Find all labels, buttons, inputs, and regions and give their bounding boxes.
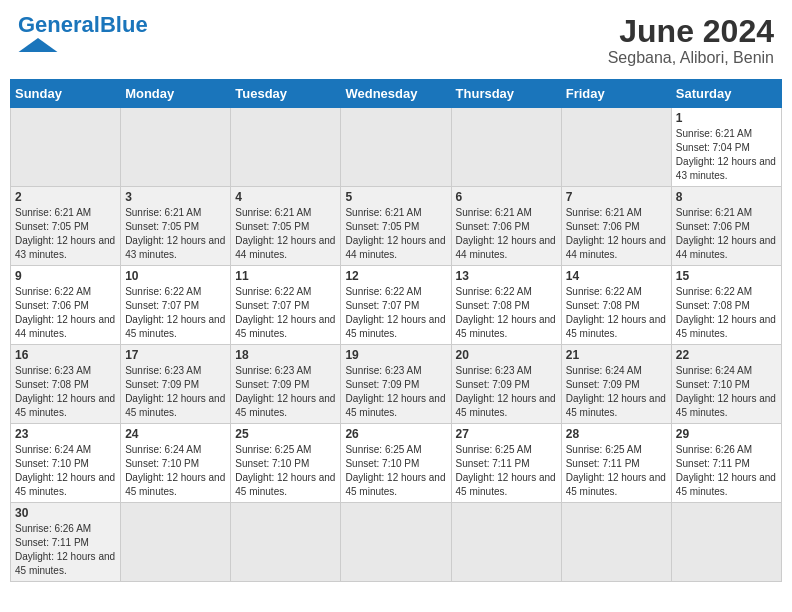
- logo-text: GeneralBlue: [18, 14, 148, 36]
- calendar-day-cell: 5Sunrise: 6:21 AM Sunset: 7:05 PM Daylig…: [341, 187, 451, 266]
- day-info: Sunrise: 6:21 AM Sunset: 7:05 PM Dayligh…: [125, 206, 226, 262]
- location-subtitle: Segbana, Alibori, Benin: [608, 49, 774, 67]
- day-number: 24: [125, 427, 226, 441]
- day-info: Sunrise: 6:22 AM Sunset: 7:07 PM Dayligh…: [345, 285, 446, 341]
- day-number: 10: [125, 269, 226, 283]
- day-info: Sunrise: 6:23 AM Sunset: 7:09 PM Dayligh…: [345, 364, 446, 420]
- logo: GeneralBlue: [18, 14, 148, 52]
- calendar-day-cell: 24Sunrise: 6:24 AM Sunset: 7:10 PM Dayli…: [121, 424, 231, 503]
- day-info: Sunrise: 6:22 AM Sunset: 7:08 PM Dayligh…: [456, 285, 557, 341]
- calendar-week-row: 16Sunrise: 6:23 AM Sunset: 7:08 PM Dayli…: [11, 345, 782, 424]
- calendar-day-cell: 20Sunrise: 6:23 AM Sunset: 7:09 PM Dayli…: [451, 345, 561, 424]
- logo-general: General: [18, 12, 100, 37]
- calendar-day-cell: [451, 503, 561, 582]
- calendar-day-cell: [561, 108, 671, 187]
- day-info: Sunrise: 6:23 AM Sunset: 7:09 PM Dayligh…: [456, 364, 557, 420]
- svg-marker-0: [19, 38, 58, 52]
- calendar-day-cell: [11, 108, 121, 187]
- calendar-day-cell: 23Sunrise: 6:24 AM Sunset: 7:10 PM Dayli…: [11, 424, 121, 503]
- day-number: 22: [676, 348, 777, 362]
- day-info: Sunrise: 6:25 AM Sunset: 7:11 PM Dayligh…: [566, 443, 667, 499]
- day-info: Sunrise: 6:23 AM Sunset: 7:09 PM Dayligh…: [125, 364, 226, 420]
- calendar-day-cell: [231, 108, 341, 187]
- day-info: Sunrise: 6:25 AM Sunset: 7:11 PM Dayligh…: [456, 443, 557, 499]
- day-number: 17: [125, 348, 226, 362]
- calendar-day-cell: 3Sunrise: 6:21 AM Sunset: 7:05 PM Daylig…: [121, 187, 231, 266]
- calendar-day-cell: 30Sunrise: 6:26 AM Sunset: 7:11 PM Dayli…: [11, 503, 121, 582]
- day-number: 15: [676, 269, 777, 283]
- day-info: Sunrise: 6:21 AM Sunset: 7:04 PM Dayligh…: [676, 127, 777, 183]
- calendar-week-row: 9Sunrise: 6:22 AM Sunset: 7:06 PM Daylig…: [11, 266, 782, 345]
- calendar-day-cell: 10Sunrise: 6:22 AM Sunset: 7:07 PM Dayli…: [121, 266, 231, 345]
- calendar-day-cell: [121, 503, 231, 582]
- calendar-day-cell: [561, 503, 671, 582]
- calendar-day-cell: [121, 108, 231, 187]
- calendar-day-cell: 6Sunrise: 6:21 AM Sunset: 7:06 PM Daylig…: [451, 187, 561, 266]
- calendar-day-cell: [671, 503, 781, 582]
- column-header-wednesday: Wednesday: [341, 80, 451, 108]
- day-number: 9: [15, 269, 116, 283]
- page-header: GeneralBlue June 2024 Segbana, Alibori, …: [10, 10, 782, 71]
- day-info: Sunrise: 6:21 AM Sunset: 7:06 PM Dayligh…: [456, 206, 557, 262]
- calendar-day-cell: 21Sunrise: 6:24 AM Sunset: 7:09 PM Dayli…: [561, 345, 671, 424]
- calendar-day-cell: 7Sunrise: 6:21 AM Sunset: 7:06 PM Daylig…: [561, 187, 671, 266]
- day-number: 20: [456, 348, 557, 362]
- day-info: Sunrise: 6:23 AM Sunset: 7:08 PM Dayligh…: [15, 364, 116, 420]
- column-header-tuesday: Tuesday: [231, 80, 341, 108]
- day-number: 1: [676, 111, 777, 125]
- column-header-thursday: Thursday: [451, 80, 561, 108]
- calendar-day-cell: 9Sunrise: 6:22 AM Sunset: 7:06 PM Daylig…: [11, 266, 121, 345]
- day-info: Sunrise: 6:21 AM Sunset: 7:05 PM Dayligh…: [15, 206, 116, 262]
- day-number: 6: [456, 190, 557, 204]
- day-info: Sunrise: 6:22 AM Sunset: 7:08 PM Dayligh…: [676, 285, 777, 341]
- day-number: 14: [566, 269, 667, 283]
- day-info: Sunrise: 6:25 AM Sunset: 7:10 PM Dayligh…: [235, 443, 336, 499]
- calendar-day-cell: 11Sunrise: 6:22 AM Sunset: 7:07 PM Dayli…: [231, 266, 341, 345]
- day-info: Sunrise: 6:25 AM Sunset: 7:10 PM Dayligh…: [345, 443, 446, 499]
- day-info: Sunrise: 6:24 AM Sunset: 7:10 PM Dayligh…: [15, 443, 116, 499]
- calendar-day-cell: 13Sunrise: 6:22 AM Sunset: 7:08 PM Dayli…: [451, 266, 561, 345]
- day-number: 3: [125, 190, 226, 204]
- calendar-day-cell: 29Sunrise: 6:26 AM Sunset: 7:11 PM Dayli…: [671, 424, 781, 503]
- calendar-day-cell: 22Sunrise: 6:24 AM Sunset: 7:10 PM Dayli…: [671, 345, 781, 424]
- day-info: Sunrise: 6:21 AM Sunset: 7:06 PM Dayligh…: [566, 206, 667, 262]
- day-number: 13: [456, 269, 557, 283]
- day-number: 30: [15, 506, 116, 520]
- title-block: June 2024 Segbana, Alibori, Benin: [608, 14, 774, 67]
- day-number: 18: [235, 348, 336, 362]
- calendar-day-cell: 8Sunrise: 6:21 AM Sunset: 7:06 PM Daylig…: [671, 187, 781, 266]
- calendar-day-cell: 27Sunrise: 6:25 AM Sunset: 7:11 PM Dayli…: [451, 424, 561, 503]
- calendar-day-cell: 17Sunrise: 6:23 AM Sunset: 7:09 PM Dayli…: [121, 345, 231, 424]
- day-info: Sunrise: 6:22 AM Sunset: 7:07 PM Dayligh…: [235, 285, 336, 341]
- day-number: 16: [15, 348, 116, 362]
- day-number: 8: [676, 190, 777, 204]
- day-number: 28: [566, 427, 667, 441]
- logo-blue: Blue: [100, 12, 148, 37]
- day-info: Sunrise: 6:26 AM Sunset: 7:11 PM Dayligh…: [676, 443, 777, 499]
- day-info: Sunrise: 6:24 AM Sunset: 7:10 PM Dayligh…: [676, 364, 777, 420]
- calendar-day-cell: 18Sunrise: 6:23 AM Sunset: 7:09 PM Dayli…: [231, 345, 341, 424]
- column-header-friday: Friday: [561, 80, 671, 108]
- column-header-monday: Monday: [121, 80, 231, 108]
- day-info: Sunrise: 6:22 AM Sunset: 7:08 PM Dayligh…: [566, 285, 667, 341]
- day-number: 23: [15, 427, 116, 441]
- day-number: 11: [235, 269, 336, 283]
- day-number: 12: [345, 269, 446, 283]
- day-number: 2: [15, 190, 116, 204]
- logo-icon: [18, 38, 58, 52]
- calendar-day-cell: 4Sunrise: 6:21 AM Sunset: 7:05 PM Daylig…: [231, 187, 341, 266]
- calendar-day-cell: [231, 503, 341, 582]
- day-info: Sunrise: 6:22 AM Sunset: 7:06 PM Dayligh…: [15, 285, 116, 341]
- calendar-day-cell: 14Sunrise: 6:22 AM Sunset: 7:08 PM Dayli…: [561, 266, 671, 345]
- calendar-day-cell: 1Sunrise: 6:21 AM Sunset: 7:04 PM Daylig…: [671, 108, 781, 187]
- day-number: 29: [676, 427, 777, 441]
- calendar-table: SundayMondayTuesdayWednesdayThursdayFrid…: [10, 79, 782, 582]
- calendar-day-cell: 12Sunrise: 6:22 AM Sunset: 7:07 PM Dayli…: [341, 266, 451, 345]
- calendar-day-cell: 16Sunrise: 6:23 AM Sunset: 7:08 PM Dayli…: [11, 345, 121, 424]
- calendar-header-row: SundayMondayTuesdayWednesdayThursdayFrid…: [11, 80, 782, 108]
- calendar-week-row: 30Sunrise: 6:26 AM Sunset: 7:11 PM Dayli…: [11, 503, 782, 582]
- day-info: Sunrise: 6:24 AM Sunset: 7:09 PM Dayligh…: [566, 364, 667, 420]
- column-header-sunday: Sunday: [11, 80, 121, 108]
- day-number: 5: [345, 190, 446, 204]
- calendar-day-cell: 19Sunrise: 6:23 AM Sunset: 7:09 PM Dayli…: [341, 345, 451, 424]
